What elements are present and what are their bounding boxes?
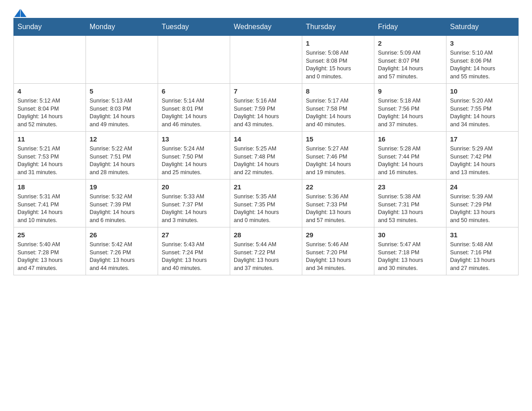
day-info: Sunrise: 5:24 AMSunset: 7:50 PMDaylight:…: [162, 145, 226, 176]
day-info: Sunrise: 5:40 AMSunset: 7:28 PMDaylight:…: [17, 241, 82, 272]
calendar-cell: 18Sunrise: 5:31 AMSunset: 7:41 PMDayligh…: [14, 180, 86, 227]
day-number: 20: [162, 182, 226, 192]
day-info: Sunrise: 5:36 AMSunset: 7:33 PMDaylight:…: [306, 193, 370, 224]
day-info: Sunrise: 5:44 AMSunset: 7:22 PMDaylight:…: [234, 241, 298, 272]
calendar-cell: 9Sunrise: 5:18 AMSunset: 7:56 PMDaylight…: [374, 84, 446, 132]
calendar-week-row: 4Sunrise: 5:12 AMSunset: 8:04 PMDaylight…: [14, 84, 519, 132]
day-number: 12: [90, 134, 154, 144]
calendar-cell: 8Sunrise: 5:17 AMSunset: 7:58 PMDaylight…: [302, 84, 374, 132]
calendar-cell: 19Sunrise: 5:32 AMSunset: 7:39 PMDayligh…: [86, 180, 158, 227]
calendar-cell: 16Sunrise: 5:28 AMSunset: 7:44 PMDayligh…: [374, 132, 446, 180]
day-number: 4: [17, 86, 82, 96]
calendar-cell: 12Sunrise: 5:22 AMSunset: 7:51 PMDayligh…: [86, 132, 158, 180]
weekday-header-friday: Friday: [374, 18, 446, 36]
day-info: Sunrise: 5:20 AMSunset: 7:55 PMDaylight:…: [450, 97, 515, 128]
calendar-cell: 17Sunrise: 5:29 AMSunset: 7:42 PMDayligh…: [446, 132, 519, 180]
day-number: 29: [306, 230, 370, 240]
calendar-cell: 30Sunrise: 5:47 AMSunset: 7:18 PMDayligh…: [374, 227, 446, 275]
calendar-cell: 10Sunrise: 5:20 AMSunset: 7:55 PMDayligh…: [446, 84, 519, 132]
day-number: 19: [90, 182, 154, 192]
weekday-header-monday: Monday: [86, 18, 158, 36]
weekday-header-thursday: Thursday: [302, 18, 374, 36]
day-info: Sunrise: 5:21 AMSunset: 7:53 PMDaylight:…: [17, 145, 82, 176]
calendar-cell: 7Sunrise: 5:16 AMSunset: 7:59 PMDaylight…: [230, 84, 302, 132]
calendar-cell: 23Sunrise: 5:38 AMSunset: 7:31 PMDayligh…: [374, 180, 446, 227]
day-number: 7: [234, 86, 298, 96]
day-info: Sunrise: 5:13 AMSunset: 8:03 PMDaylight:…: [90, 97, 154, 128]
calendar-cell: 13Sunrise: 5:24 AMSunset: 7:50 PMDayligh…: [158, 132, 230, 180]
day-number: 14: [234, 134, 298, 144]
day-info: Sunrise: 5:42 AMSunset: 7:26 PMDaylight:…: [90, 241, 154, 272]
day-number: 23: [378, 182, 442, 192]
day-info: Sunrise: 5:32 AMSunset: 7:39 PMDaylight:…: [90, 193, 154, 224]
day-info: Sunrise: 5:28 AMSunset: 7:44 PMDaylight:…: [378, 145, 442, 176]
day-info: Sunrise: 5:48 AMSunset: 7:16 PMDaylight:…: [450, 241, 515, 272]
weekday-header-wednesday: Wednesday: [230, 18, 302, 36]
calendar-cell: 20Sunrise: 5:33 AMSunset: 7:37 PMDayligh…: [158, 180, 230, 227]
day-number: 13: [162, 134, 226, 144]
weekday-header-sunday: Sunday: [14, 18, 86, 36]
day-info: Sunrise: 5:08 AMSunset: 8:08 PMDaylight:…: [306, 49, 370, 81]
day-number: 28: [234, 230, 298, 240]
day-number: 1: [306, 39, 370, 48]
day-info: Sunrise: 5:29 AMSunset: 7:42 PMDaylight:…: [450, 145, 515, 176]
day-number: 10: [450, 86, 515, 96]
calendar-cell: 25Sunrise: 5:40 AMSunset: 7:28 PMDayligh…: [14, 227, 86, 275]
day-info: Sunrise: 5:39 AMSunset: 7:29 PMDaylight:…: [450, 193, 515, 224]
day-number: 18: [17, 182, 82, 192]
day-info: Sunrise: 5:10 AMSunset: 8:06 PMDaylight:…: [450, 49, 515, 81]
day-info: Sunrise: 5:46 AMSunset: 7:20 PMDaylight:…: [306, 241, 370, 272]
day-info: Sunrise: 5:16 AMSunset: 7:59 PMDaylight:…: [234, 97, 298, 128]
weekday-header-saturday: Saturday: [446, 18, 519, 36]
day-number: 17: [450, 134, 515, 144]
day-number: 8: [306, 86, 370, 96]
calendar-week-row: 25Sunrise: 5:40 AMSunset: 7:28 PMDayligh…: [14, 227, 519, 275]
day-number: 15: [306, 134, 370, 144]
day-number: 31: [450, 230, 515, 240]
calendar-cell: 3Sunrise: 5:10 AMSunset: 8:06 PMDaylight…: [446, 36, 519, 84]
day-info: Sunrise: 5:18 AMSunset: 7:56 PMDaylight:…: [378, 97, 442, 128]
day-number: 11: [17, 134, 82, 144]
day-number: 27: [162, 230, 226, 240]
calendar-cell: [158, 36, 230, 84]
calendar-cell: 26Sunrise: 5:42 AMSunset: 7:26 PMDayligh…: [86, 227, 158, 275]
calendar-cell: 24Sunrise: 5:39 AMSunset: 7:29 PMDayligh…: [446, 180, 519, 227]
calendar-cell: 27Sunrise: 5:43 AMSunset: 7:24 PMDayligh…: [158, 227, 230, 275]
day-number: 30: [378, 230, 442, 240]
calendar-week-row: 18Sunrise: 5:31 AMSunset: 7:41 PMDayligh…: [14, 180, 519, 227]
day-info: Sunrise: 5:31 AMSunset: 7:41 PMDaylight:…: [17, 193, 82, 224]
day-number: 5: [90, 86, 154, 96]
calendar-cell: 1Sunrise: 5:08 AMSunset: 8:08 PMDaylight…: [302, 36, 374, 84]
day-info: Sunrise: 5:22 AMSunset: 7:51 PMDaylight:…: [90, 145, 154, 176]
weekday-header-tuesday: Tuesday: [158, 18, 230, 36]
day-info: Sunrise: 5:33 AMSunset: 7:37 PMDaylight:…: [162, 193, 226, 224]
weekday-header-row: SundayMondayTuesdayWednesdayThursdayFrid…: [14, 18, 519, 36]
day-number: 3: [450, 39, 515, 48]
calendar-cell: 29Sunrise: 5:46 AMSunset: 7:20 PMDayligh…: [302, 227, 374, 275]
day-number: 6: [162, 86, 226, 96]
calendar-cell: 15Sunrise: 5:27 AMSunset: 7:46 PMDayligh…: [302, 132, 374, 180]
calendar-cell: [14, 36, 86, 84]
day-info: Sunrise: 5:38 AMSunset: 7:31 PMDaylight:…: [378, 193, 442, 224]
calendar-cell: 5Sunrise: 5:13 AMSunset: 8:03 PMDaylight…: [86, 84, 158, 132]
day-number: 21: [234, 182, 298, 192]
calendar-cell: 14Sunrise: 5:25 AMSunset: 7:48 PMDayligh…: [230, 132, 302, 180]
day-number: 16: [378, 134, 442, 144]
calendar-cell: [230, 36, 302, 84]
calendar-cell: 22Sunrise: 5:36 AMSunset: 7:33 PMDayligh…: [302, 180, 374, 227]
day-number: 26: [90, 230, 154, 240]
day-info: Sunrise: 5:27 AMSunset: 7:46 PMDaylight:…: [306, 145, 370, 176]
day-info: Sunrise: 5:35 AMSunset: 7:35 PMDaylight:…: [234, 193, 298, 224]
calendar-cell: 11Sunrise: 5:21 AMSunset: 7:53 PMDayligh…: [14, 132, 86, 180]
logo: [13, 9, 26, 16]
calendar-cell: 4Sunrise: 5:12 AMSunset: 8:04 PMDaylight…: [14, 84, 86, 132]
day-number: 2: [378, 39, 442, 48]
calendar-week-row: 11Sunrise: 5:21 AMSunset: 7:53 PMDayligh…: [14, 132, 519, 180]
day-info: Sunrise: 5:43 AMSunset: 7:24 PMDaylight:…: [162, 241, 226, 272]
day-info: Sunrise: 5:47 AMSunset: 7:18 PMDaylight:…: [378, 241, 442, 272]
day-info: Sunrise: 5:09 AMSunset: 8:07 PMDaylight:…: [378, 49, 442, 81]
calendar-cell: 2Sunrise: 5:09 AMSunset: 8:07 PMDaylight…: [374, 36, 446, 84]
day-info: Sunrise: 5:12 AMSunset: 8:04 PMDaylight:…: [17, 97, 82, 128]
calendar-cell: 6Sunrise: 5:14 AMSunset: 8:01 PMDaylight…: [158, 84, 230, 132]
day-number: 9: [378, 86, 442, 96]
